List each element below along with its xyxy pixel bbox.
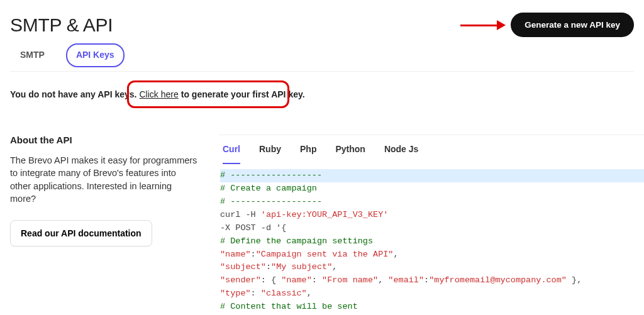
generate-api-key-button[interactable]: Generate a new API key bbox=[511, 13, 634, 37]
code-token: "name" bbox=[281, 275, 312, 285]
code-sample: # ------------------ # Create a campaign… bbox=[219, 169, 644, 315]
code-line: # ------------------ bbox=[220, 197, 322, 206]
tab-api-keys[interactable]: API Keys bbox=[66, 43, 125, 67]
generate-first-key-link[interactable]: Click here bbox=[140, 89, 179, 99]
code-token: "sender" bbox=[220, 275, 261, 285]
generate-area: Generate a new API key bbox=[460, 13, 634, 37]
code-token: "Campaign sent via the API" bbox=[256, 250, 394, 259]
code-line: # Content that will be sent bbox=[220, 302, 358, 311]
code-tab-nodejs[interactable]: Node Js bbox=[384, 144, 418, 164]
notice-suffix: to generate your first API key. bbox=[181, 89, 305, 99]
code-tab-python[interactable]: Python bbox=[335, 144, 365, 164]
code-line: -X POST -d ' bbox=[220, 223, 281, 233]
code-language-tabs: Curl Ruby Php Python Node Js bbox=[219, 135, 644, 164]
code-line: # Define the campaign settings bbox=[220, 236, 373, 246]
code-token: "myfromemail@mycompany.com" bbox=[429, 275, 567, 285]
annotation-arrow bbox=[460, 21, 506, 30]
code-token: "name" bbox=[220, 250, 251, 259]
page-title: SMTP & API bbox=[10, 14, 113, 36]
notice-prefix: You do not have any API keys. bbox=[10, 89, 137, 99]
code-token: 'api-key:YOUR_API_V3_KEY' bbox=[261, 210, 389, 219]
code-tab-ruby[interactable]: Ruby bbox=[259, 144, 281, 164]
code-token: "email" bbox=[388, 275, 424, 285]
read-api-docs-button[interactable]: Read our API documentation bbox=[10, 220, 152, 246]
tab-smtp[interactable]: SMTP bbox=[10, 43, 55, 67]
no-keys-notice: You do not have any API keys. Click here… bbox=[10, 89, 634, 99]
code-token: : { bbox=[261, 275, 281, 285]
code-token: "subject" bbox=[220, 262, 266, 272]
about-api-heading: About the API bbox=[10, 135, 199, 145]
code-tab-php[interactable]: Php bbox=[300, 144, 316, 164]
code-line: # ------------------ bbox=[220, 169, 644, 182]
code-line: curl -H bbox=[220, 210, 261, 219]
code-token: }, bbox=[567, 275, 582, 285]
code-tab-curl[interactable]: Curl bbox=[223, 144, 240, 164]
code-token: "My subject" bbox=[271, 262, 332, 272]
code-token: "From name" bbox=[322, 275, 378, 285]
code-line: # Create a campaign bbox=[220, 184, 317, 193]
code-token: { bbox=[281, 223, 286, 233]
about-api-body: The Brevo API makes it easy for programm… bbox=[10, 154, 199, 205]
code-token: "type" bbox=[220, 289, 251, 298]
main-tabs: SMTP API Keys bbox=[10, 43, 634, 72]
code-token: "classic" bbox=[261, 289, 307, 298]
